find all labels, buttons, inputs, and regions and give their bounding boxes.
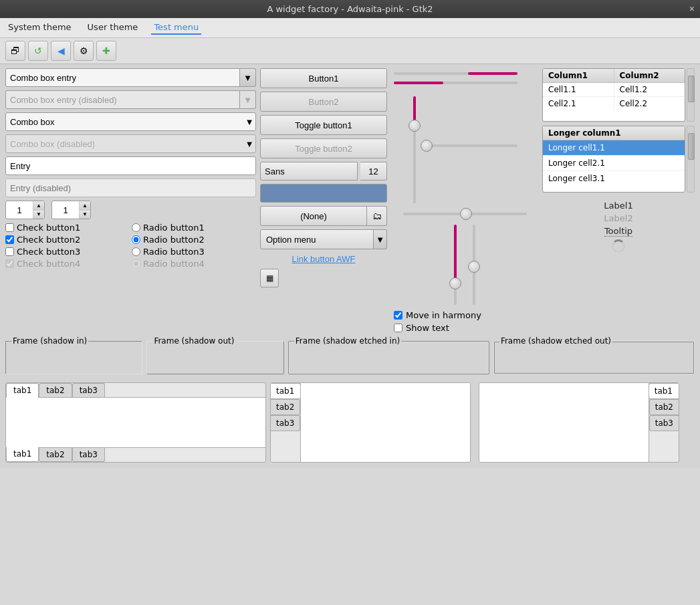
- tab-nb1-2[interactable]: tab2: [39, 383, 72, 397]
- list-item[interactable]: Longer cell3.1: [543, 171, 685, 186]
- table-row[interactable]: Cell1.1 Cell1.2: [543, 83, 685, 97]
- check-button-4: Check button4: [5, 259, 130, 269]
- move-in-harmony-checkbox[interactable]: [394, 311, 402, 320]
- tooltip-label: Tooltip: [604, 226, 632, 237]
- toolbar-icon-1: 🗗: [11, 45, 20, 56]
- combo-box-select[interactable]: Combo box Option 1 Option 2: [5, 112, 256, 131]
- file-icon: 🗂: [372, 211, 382, 221]
- radio-button-1-label: Radio button1: [143, 223, 205, 233]
- combo-box-disabled-wrap: Combo box (disabled): [5, 134, 256, 153]
- check-button-3-input[interactable]: [5, 247, 14, 256]
- table-1-cell-2-2: Cell2.2: [614, 97, 685, 110]
- option-menu-button[interactable]: Option menu: [260, 229, 374, 249]
- table-1-cell-2-1: Cell2.1: [543, 97, 614, 110]
- radio-button-3-label: Radio button3: [143, 247, 205, 257]
- radio-button-2-label: Radio button2: [143, 235, 205, 245]
- menu-system-theme[interactable]: System theme: [5, 21, 74, 35]
- combo-box-entry-input[interactable]: [5, 68, 240, 87]
- toolbar-btn-1[interactable]: 🗗: [5, 41, 25, 61]
- font-size-button[interactable]: 12: [360, 162, 387, 180]
- close-button[interactable]: ×: [689, 3, 695, 14]
- table-1: Column1 Column2 Cell1.1 Cell1.2 Cell2.1 …: [542, 68, 685, 122]
- option-menu-arrow[interactable]: ▼: [374, 229, 387, 249]
- show-text-checkbox[interactable]: [394, 324, 402, 332]
- frame-shadow-in: Frame (shadow in): [5, 341, 142, 374]
- combo-box-wrap: Combo box Option 1 Option 2: [5, 112, 256, 131]
- check-button-3-label: Check button3: [17, 247, 80, 257]
- tab-nb1-1[interactable]: tab1: [6, 383, 39, 398]
- table-1-scrollbar[interactable]: [687, 68, 695, 122]
- notebook-3-content: [479, 383, 649, 462]
- v-scales-area: [409, 94, 520, 206]
- toolbar: 🗗 ↺ ◀ ⚙ ✚: [0, 38, 700, 64]
- small-icon-button[interactable]: ▦: [260, 269, 279, 287]
- notebook-1-tabbar: tab1 tab2 tab3: [6, 383, 265, 397]
- tab-nb1-3[interactable]: tab3: [72, 383, 105, 397]
- spinner-2-input[interactable]: [52, 204, 79, 217]
- combo-box-entry-arrow[interactable]: ▼: [240, 68, 256, 87]
- notebook-1-content: [6, 397, 265, 447]
- tab-nb3-3[interactable]: tab3: [649, 415, 679, 431]
- tab-nb1-bottom-2[interactable]: tab2: [39, 448, 72, 462]
- link-button[interactable]: Link button AWF: [291, 253, 357, 265]
- spinner-2-up[interactable]: ▲: [80, 201, 90, 211]
- table-1-col1-header: Column1: [543, 69, 614, 82]
- combo-box-entry-row: ▼: [5, 68, 256, 87]
- tab-nb2-1[interactable]: tab1: [271, 383, 301, 399]
- longer-list-scrollbar[interactable]: [687, 126, 695, 193]
- frame-etched-in-label: Frame (shadow etched in): [294, 336, 401, 346]
- menu-user-theme[interactable]: User theme: [85, 21, 141, 35]
- check-button-2-input[interactable]: [5, 235, 14, 244]
- tab-nb3-2[interactable]: tab2: [649, 399, 679, 415]
- link-button-container: Link button AWF: [260, 253, 387, 265]
- color-swatch[interactable]: [260, 184, 387, 203]
- button-1[interactable]: Button1: [260, 68, 387, 88]
- file-select-button[interactable]: (None): [260, 206, 367, 226]
- radio-button-3-input[interactable]: [132, 247, 140, 256]
- list-item[interactable]: Longer cell2.1: [543, 156, 685, 171]
- toggle-button-1[interactable]: Toggle button1: [260, 115, 387, 135]
- notebook-2: tab1 tab2 tab3: [270, 382, 471, 463]
- font-name-button[interactable]: Sans: [260, 162, 358, 180]
- spinner-1-up[interactable]: ▲: [33, 201, 44, 211]
- spinner-1-input[interactable]: [6, 204, 33, 217]
- loading-spinner: [612, 239, 625, 253]
- notebook-2-left-tabs: tab1 tab2 tab3: [271, 383, 301, 462]
- menu-test-menu[interactable]: Test menu: [151, 21, 201, 35]
- window-title: A widget factory - Adwaita-pink - Gtk2: [267, 4, 433, 14]
- list-item[interactable]: Longer cell1.1: [543, 140, 685, 156]
- radio-button-2: Radio button2: [132, 235, 256, 245]
- spinner-1-down[interactable]: ▼: [33, 211, 44, 219]
- toolbar-btn-3[interactable]: ◀: [51, 41, 71, 61]
- radio-button-1-input[interactable]: [132, 223, 140, 232]
- main-content: ▼ ▼ Combo box Option 1 Option 2 Combo bo…: [0, 64, 700, 337]
- tab-nb2-3[interactable]: tab3: [271, 415, 300, 431]
- tab-nb2-2[interactable]: tab2: [271, 399, 300, 415]
- toolbar-btn-2[interactable]: ↺: [28, 41, 48, 61]
- frame-shadow-etched-out: Frame (shadow etched out): [493, 341, 695, 374]
- v-scale-3-container: [471, 225, 477, 305]
- tab-nb1-bottom-3[interactable]: tab3: [72, 448, 105, 462]
- file-icon-button[interactable]: 🗂: [367, 206, 387, 226]
- check-button-4-input: [5, 259, 14, 268]
- h-scale-1-container: [394, 71, 517, 76]
- notebooks-row: tab1 tab2 tab3 tab1 tab2 tab3 tab1 tab2 …: [0, 378, 700, 468]
- tab-nb1-bottom-1[interactable]: tab1: [6, 447, 39, 462]
- frame-shadow-in-label: Frame (shadow in): [11, 336, 88, 346]
- entry-input[interactable]: [5, 156, 256, 175]
- toolbar-btn-5[interactable]: ✚: [96, 41, 116, 61]
- table-1-container: Column1 Column2 Cell1.1 Cell1.2 Cell2.1 …: [542, 68, 695, 122]
- slider-checks: Move in harmony Show text: [391, 310, 538, 333]
- tab-nb3-1[interactable]: tab1: [649, 383, 679, 399]
- toolbar-btn-4[interactable]: ⚙: [74, 41, 94, 61]
- h-scale-3-container: [424, 143, 517, 148]
- table-row[interactable]: Cell2.1 Cell2.2: [543, 97, 685, 110]
- toolbar-icon-2: ↺: [34, 45, 42, 56]
- toolbar-icon-5: ✚: [102, 45, 110, 56]
- entry-disabled-input: [5, 178, 256, 197]
- check-button-1-input[interactable]: [5, 223, 14, 232]
- radio-button-2-input[interactable]: [132, 235, 140, 244]
- spinner-2-down[interactable]: ▼: [80, 211, 90, 219]
- v-scale-3-thumb: [468, 261, 480, 273]
- table-1-scrollbar-thumb: [688, 76, 695, 102]
